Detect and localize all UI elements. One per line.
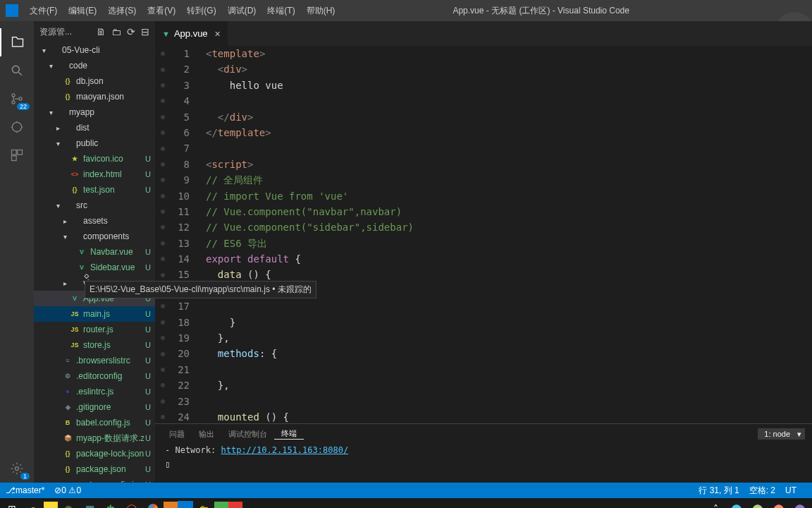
- menu-goto[interactable]: 转到(G): [181, 5, 221, 17]
- menu-edit[interactable]: 编辑(E): [63, 5, 102, 17]
- windows-taskbar: ⊞ ○ ◉ ▦ ✱ ◯ 🗀 ˄ ⬤ ⬤ ⬤ ⬤: [0, 498, 812, 508]
- terminal-network-url[interactable]: http://10.2.151.163:8080/: [221, 445, 348, 455]
- tree-item-label: .gitignore: [76, 402, 144, 412]
- folder-05-Vue-cli[interactable]: ▾05-Vue-cli: [34, 42, 155, 58]
- file-router-js[interactable]: JSrouter.jsU: [34, 322, 155, 337]
- file-main-js[interactable]: JSmain.jsU: [34, 306, 155, 322]
- file--editorconfig[interactable]: ⚙.editorconfigU: [34, 368, 155, 384]
- file-db-json[interactable]: {}db.json: [34, 73, 155, 89]
- editor-tabs: ▼ App.vue ×: [155, 21, 812, 46]
- scm-badge: 22: [17, 103, 30, 110]
- cortana-icon[interactable]: ○: [23, 499, 44, 508]
- svg-point-7: [12, 122, 21, 131]
- file-index-html[interactable]: <>index.htmlU: [34, 167, 155, 182]
- folder-src[interactable]: ▾src: [34, 198, 155, 213]
- status-position[interactable]: 行 31, 列 1: [699, 485, 739, 497]
- file-myapp-数据请求-zip[interactable]: 📦myapp-数据请求.zipU: [34, 430, 155, 446]
- start-icon[interactable]: ⊞: [1, 499, 23, 508]
- taskbar-app-4[interactable]: ✱: [100, 499, 121, 508]
- terminal-body[interactable]: - Network: http://10.2.151.163:8080/ ▯: [155, 444, 812, 483]
- tree-item-label: 05-Vue-cli: [62, 45, 144, 55]
- menu-view[interactable]: 查看(V): [142, 5, 181, 17]
- explorer-icon[interactable]: [0, 28, 34, 56]
- tab-label: App.vue: [174, 28, 208, 39]
- close-icon[interactable]: ×: [215, 28, 221, 40]
- file-store-js[interactable]: JSstore.jsU: [34, 337, 155, 353]
- source-control-icon[interactable]: 22: [0, 85, 34, 113]
- file--browserslistrc[interactable]: ≡.browserslistrcU: [34, 353, 155, 368]
- tray-chevron-icon[interactable]: ˄: [705, 499, 726, 508]
- file-test-json[interactable]: {}test.jsonU: [34, 182, 155, 198]
- folder-code[interactable]: ▾code: [34, 58, 155, 73]
- git-status: U: [144, 263, 152, 272]
- tray-icon-1[interactable]: ⬤: [726, 499, 747, 508]
- collapse-icon[interactable]: ⊟: [141, 26, 149, 37]
- terminal-dropdown[interactable]: 1: node: [758, 428, 805, 440]
- new-folder-icon[interactable]: 🗀: [111, 26, 121, 37]
- file-favicon-ico[interactable]: ★favicon.icoU: [34, 151, 155, 167]
- gear-icon[interactable]: 1: [0, 454, 34, 483]
- taskbar-vscode[interactable]: [178, 501, 193, 508]
- git-status: U: [144, 155, 152, 163]
- file-postcss-config-js[interactable]: ●postcss.config.jsU: [34, 477, 155, 483]
- folder-public[interactable]: ▾public: [34, 135, 155, 151]
- svg-point-2: [12, 66, 19, 73]
- file-Navbar-vue[interactable]: VNavbar.vueU: [34, 244, 155, 260]
- tree-item-label: package-lock.json: [76, 449, 144, 459]
- file-babel-config-js[interactable]: Bbabel.config.jsU: [34, 415, 155, 430]
- tray-icon-3[interactable]: ⬤: [768, 499, 789, 508]
- status-branch[interactable]: ⎇ master*: [6, 485, 44, 495]
- new-file-icon[interactable]: 🗎: [96, 26, 106, 37]
- tray-icon-4[interactable]: ⬤: [789, 499, 811, 508]
- panel-tab-terminal[interactable]: 终端: [274, 428, 304, 440]
- taskbar-app-7[interactable]: [164, 502, 178, 508]
- menu-select[interactable]: 选择(S): [102, 5, 142, 17]
- editor-body[interactable]: 1234567891011121314151617181920212223242…: [155, 46, 812, 423]
- git-status: U: [144, 186, 152, 194]
- menu-help[interactable]: 帮助(H): [301, 5, 341, 17]
- git-status: U: [144, 341, 152, 349]
- tray-icon-2[interactable]: ⬤: [747, 499, 768, 508]
- status-errors[interactable]: ⊘ 0 ⚠ 0: [54, 485, 81, 495]
- {}-icon: {}: [62, 450, 73, 457]
- folder-myapp[interactable]: ▾myapp: [34, 104, 155, 120]
- taskbar-app-8[interactable]: 🗀: [193, 499, 214, 508]
- tree-item-label: db.json: [76, 76, 144, 86]
- tree-item-label: babel.config.js: [76, 418, 144, 428]
- taskbar-app-10[interactable]: [228, 502, 242, 508]
- taskbar-app-3[interactable]: ▦: [79, 499, 100, 508]
- panel-tab-output[interactable]: 输出: [192, 429, 221, 440]
- search-icon[interactable]: [0, 56, 34, 85]
- vscode-logo-icon: [6, 4, 18, 17]
- status-encoding[interactable]: UT: [785, 485, 796, 495]
- panel-tab-debug-console[interactable]: 调试控制台: [221, 429, 274, 440]
- menu-file[interactable]: 文件(F): [24, 5, 63, 17]
- panel-tab-problems[interactable]: 问题: [162, 429, 192, 440]
- debug-icon[interactable]: [0, 113, 34, 141]
- taskbar-app-6[interactable]: [142, 499, 164, 508]
- taskbar-app-2[interactable]: ◉: [58, 499, 79, 508]
- {}-icon: {}: [62, 466, 73, 473]
- extensions-icon[interactable]: [0, 141, 34, 169]
- file--eslintrc-js[interactable]: ●.eslintrc.jsU: [34, 384, 155, 399]
- git-status: U: [144, 248, 152, 256]
- file-package-lock-json[interactable]: {}package-lock.jsonU: [34, 446, 155, 461]
- file-Sidebar-vue[interactable]: VSidebar.vueU: [34, 260, 155, 275]
- taskbar-app-9[interactable]: [214, 502, 228, 508]
- refresh-icon[interactable]: ⟳: [127, 26, 135, 37]
- file-package-json[interactable]: {}package.jsonU: [34, 461, 155, 477]
- file--gitignore[interactable]: ◆.gitignoreU: [34, 399, 155, 415]
- tree-item-label: .eslintrc.js: [76, 387, 144, 397]
- menu-terminal[interactable]: 终端(T): [262, 5, 300, 17]
- taskbar-app-1[interactable]: [44, 502, 58, 508]
- taskbar-app-5[interactable]: ◯: [121, 499, 142, 508]
- folder-components[interactable]: ▾components: [34, 229, 155, 244]
- menu-debug[interactable]: 调试(D): [222, 5, 262, 17]
- folder-dist[interactable]: ▸dist: [34, 120, 155, 135]
- tab-app-vue[interactable]: ▼ App.vue ×: [155, 21, 228, 46]
- svg-point-5: [12, 101, 15, 104]
- file-tree[interactable]: ▾05-Vue-cli▾code{}db.json{}maoyan.json▾m…: [34, 42, 155, 483]
- file-maoyan-json[interactable]: {}maoyan.json: [34, 89, 155, 104]
- folder-assets[interactable]: ▸assets: [34, 213, 155, 229]
- status-spaces[interactable]: 空格: 2: [749, 485, 775, 497]
